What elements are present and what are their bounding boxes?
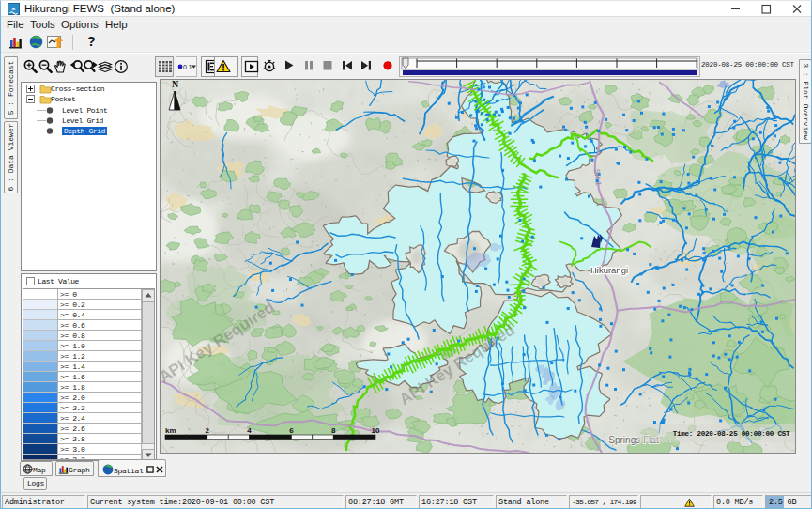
svg-text:0.1: 0.1 [183, 64, 192, 70]
svg-text:Time: 2020-08-25 00:00:00 CST: Time: 2020-08-25 00:00:00 CST [673, 430, 790, 438]
svg-text:4: 4 [247, 426, 252, 435]
svg-text:8: 8 [331, 426, 336, 435]
svg-text:km: km [165, 426, 176, 435]
svg-text:6: 6 [289, 426, 294, 435]
svg-text:2: 2 [206, 426, 210, 435]
svg-text:Hikurangi: Hikurangi [590, 265, 628, 275]
svg-text:N: N [172, 80, 179, 89]
svg-text:10: 10 [372, 426, 380, 435]
